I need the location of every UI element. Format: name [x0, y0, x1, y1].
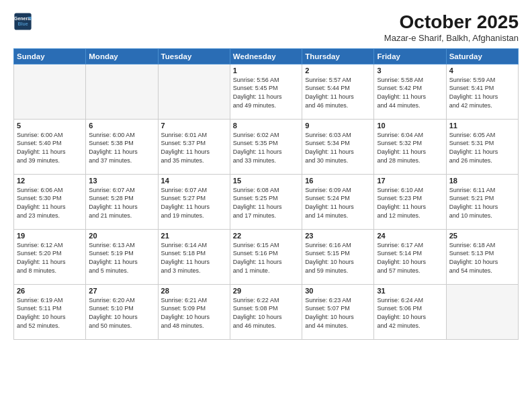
day-number: 23 — [305, 232, 371, 240]
day-info: Sunrise: 6:24 AM Sunset: 5:06 PM Dayligh… — [377, 296, 443, 330]
day-number: 19 — [17, 232, 83, 240]
header: General Blue October 2025 Mazar-e Sharif… — [13, 12, 519, 43]
calendar-cell: 13Sunrise: 6:07 AM Sunset: 5:28 PM Dayli… — [86, 174, 158, 229]
day-number: 12 — [17, 177, 83, 185]
logo-icon: General Blue — [13, 12, 32, 31]
page: General Blue October 2025 Mazar-e Sharif… — [0, 0, 532, 411]
calendar-cell: 6Sunrise: 6:00 AM Sunset: 5:38 PM Daylig… — [86, 119, 158, 174]
day-number: 13 — [89, 177, 154, 185]
svg-text:Blue: Blue — [17, 21, 28, 26]
day-info: Sunrise: 6:18 AM Sunset: 5:13 PM Dayligh… — [449, 241, 515, 275]
day-number: 22 — [233, 232, 299, 240]
day-number: 9 — [305, 122, 371, 130]
calendar-cell: 10Sunrise: 6:04 AM Sunset: 5:32 PM Dayli… — [374, 119, 446, 174]
calendar-cell: 22Sunrise: 6:15 AM Sunset: 5:16 PM Dayli… — [230, 229, 302, 284]
calendar-cell: 12Sunrise: 6:06 AM Sunset: 5:30 PM Dayli… — [14, 174, 86, 229]
day-number: 7 — [161, 122, 227, 130]
calendar-cell — [86, 64, 158, 119]
calendar-cell: 4Sunrise: 5:59 AM Sunset: 5:41 PM Daylig… — [446, 64, 518, 119]
calendar-week-row: 19Sunrise: 6:12 AM Sunset: 5:20 PM Dayli… — [14, 229, 519, 284]
calendar-cell: 9Sunrise: 6:03 AM Sunset: 5:34 PM Daylig… — [302, 119, 374, 174]
calendar-cell: 27Sunrise: 6:20 AM Sunset: 5:10 PM Dayli… — [86, 284, 158, 339]
calendar-cell: 25Sunrise: 6:18 AM Sunset: 5:13 PM Dayli… — [446, 229, 518, 284]
day-number: 24 — [377, 232, 443, 240]
day-info: Sunrise: 6:00 AM Sunset: 5:38 PM Dayligh… — [89, 131, 154, 165]
calendar-cell: 18Sunrise: 6:11 AM Sunset: 5:21 PM Dayli… — [446, 174, 518, 229]
day-number: 20 — [89, 232, 154, 240]
day-info: Sunrise: 5:56 AM Sunset: 5:45 PM Dayligh… — [233, 76, 299, 109]
day-info: Sunrise: 6:06 AM Sunset: 5:30 PM Dayligh… — [17, 186, 83, 220]
day-info: Sunrise: 6:22 AM Sunset: 5:08 PM Dayligh… — [233, 296, 299, 330]
day-info: Sunrise: 6:15 AM Sunset: 5:16 PM Dayligh… — [233, 241, 299, 275]
day-info: Sunrise: 5:58 AM Sunset: 5:42 PM Dayligh… — [377, 76, 443, 109]
month-title: October 2025 — [384, 12, 519, 33]
day-info: Sunrise: 6:19 AM Sunset: 5:11 PM Dayligh… — [17, 296, 83, 330]
day-number: 4 — [449, 66, 515, 75]
day-info: Sunrise: 5:57 AM Sunset: 5:44 PM Dayligh… — [305, 76, 371, 109]
calendar-cell: 1Sunrise: 5:56 AM Sunset: 5:45 PM Daylig… — [230, 64, 302, 119]
calendar-cell — [446, 284, 518, 339]
calendar-cell: 16Sunrise: 6:09 AM Sunset: 5:24 PM Dayli… — [302, 174, 374, 229]
day-info: Sunrise: 6:05 AM Sunset: 5:31 PM Dayligh… — [449, 131, 515, 165]
day-number: 16 — [305, 177, 371, 185]
weekday-header-tuesday: Tuesday — [158, 48, 230, 64]
day-number: 8 — [233, 122, 299, 130]
day-info: Sunrise: 6:20 AM Sunset: 5:10 PM Dayligh… — [89, 296, 154, 330]
calendar-cell: 17Sunrise: 6:10 AM Sunset: 5:23 PM Dayli… — [374, 174, 446, 229]
calendar-cell: 19Sunrise: 6:12 AM Sunset: 5:20 PM Dayli… — [14, 229, 86, 284]
calendar-table: SundayMondayTuesdayWednesdayThursdayFrid… — [13, 48, 519, 340]
calendar-cell: 24Sunrise: 6:17 AM Sunset: 5:14 PM Dayli… — [374, 229, 446, 284]
day-number: 14 — [161, 177, 227, 185]
day-info: Sunrise: 6:00 AM Sunset: 5:40 PM Dayligh… — [17, 131, 83, 165]
calendar-cell: 15Sunrise: 6:08 AM Sunset: 5:25 PM Dayli… — [230, 174, 302, 229]
day-info: Sunrise: 6:04 AM Sunset: 5:32 PM Dayligh… — [377, 131, 443, 165]
day-info: Sunrise: 6:23 AM Sunset: 5:07 PM Dayligh… — [305, 296, 371, 330]
day-number: 3 — [377, 66, 443, 75]
day-info: Sunrise: 6:21 AM Sunset: 5:09 PM Dayligh… — [161, 296, 227, 330]
weekday-header-friday: Friday — [374, 48, 446, 64]
day-info: Sunrise: 6:09 AM Sunset: 5:24 PM Dayligh… — [305, 186, 371, 220]
calendar-cell: 3Sunrise: 5:58 AM Sunset: 5:42 PM Daylig… — [374, 64, 446, 119]
day-number: 25 — [449, 232, 515, 240]
day-info: Sunrise: 6:11 AM Sunset: 5:21 PM Dayligh… — [449, 186, 515, 220]
calendar-cell: 2Sunrise: 5:57 AM Sunset: 5:44 PM Daylig… — [302, 64, 374, 119]
calendar-cell: 28Sunrise: 6:21 AM Sunset: 5:09 PM Dayli… — [158, 284, 230, 339]
day-info: Sunrise: 6:07 AM Sunset: 5:27 PM Dayligh… — [161, 186, 227, 220]
day-info: Sunrise: 6:07 AM Sunset: 5:28 PM Dayligh… — [89, 186, 154, 220]
title-section: October 2025 Mazar-e Sharif, Balkh, Afgh… — [384, 12, 519, 43]
day-number: 30 — [305, 287, 371, 295]
calendar-cell: 23Sunrise: 6:16 AM Sunset: 5:15 PM Dayli… — [302, 229, 374, 284]
calendar-week-row: 12Sunrise: 6:06 AM Sunset: 5:30 PM Dayli… — [14, 174, 519, 229]
calendar-cell — [14, 64, 86, 119]
day-number: 26 — [17, 287, 83, 295]
day-info: Sunrise: 6:01 AM Sunset: 5:37 PM Dayligh… — [161, 131, 227, 165]
weekday-header-monday: Monday — [86, 48, 158, 64]
logo: General Blue — [13, 12, 34, 31]
day-number: 28 — [161, 287, 227, 295]
calendar-cell: 30Sunrise: 6:23 AM Sunset: 5:07 PM Dayli… — [302, 284, 374, 339]
day-number: 11 — [449, 122, 515, 130]
day-number: 31 — [377, 287, 443, 295]
day-info: Sunrise: 5:59 AM Sunset: 5:41 PM Dayligh… — [449, 76, 515, 109]
day-info: Sunrise: 6:16 AM Sunset: 5:15 PM Dayligh… — [305, 241, 371, 275]
day-info: Sunrise: 6:02 AM Sunset: 5:35 PM Dayligh… — [233, 131, 299, 165]
calendar-cell: 8Sunrise: 6:02 AM Sunset: 5:35 PM Daylig… — [230, 119, 302, 174]
day-number: 17 — [377, 177, 443, 185]
day-number: 27 — [89, 287, 154, 295]
calendar-week-row: 26Sunrise: 6:19 AM Sunset: 5:11 PM Dayli… — [14, 284, 519, 339]
day-info: Sunrise: 6:12 AM Sunset: 5:20 PM Dayligh… — [17, 241, 83, 275]
calendar-cell: 31Sunrise: 6:24 AM Sunset: 5:06 PM Dayli… — [374, 284, 446, 339]
weekday-header-sunday: Sunday — [14, 48, 86, 64]
calendar-cell — [158, 64, 230, 119]
day-info: Sunrise: 6:08 AM Sunset: 5:25 PM Dayligh… — [233, 186, 299, 220]
day-number: 18 — [449, 177, 515, 185]
calendar-cell: 14Sunrise: 6:07 AM Sunset: 5:27 PM Dayli… — [158, 174, 230, 229]
day-number: 5 — [17, 122, 83, 130]
day-number: 1 — [233, 66, 299, 75]
calendar-cell: 26Sunrise: 6:19 AM Sunset: 5:11 PM Dayli… — [14, 284, 86, 339]
day-number: 15 — [233, 177, 299, 185]
day-info: Sunrise: 6:14 AM Sunset: 5:18 PM Dayligh… — [161, 241, 227, 275]
calendar-cell: 5Sunrise: 6:00 AM Sunset: 5:40 PM Daylig… — [14, 119, 86, 174]
calendar-cell: 11Sunrise: 6:05 AM Sunset: 5:31 PM Dayli… — [446, 119, 518, 174]
svg-text:General: General — [14, 16, 32, 21]
